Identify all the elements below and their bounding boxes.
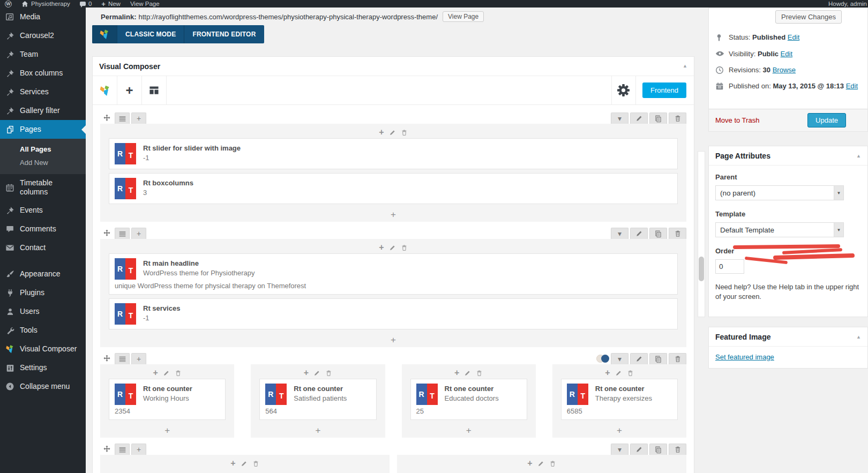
column-delete-icon[interactable] [549,460,556,467]
parent-select[interactable]: (no parent) ▼ [715,185,844,200]
column-edit-icon[interactable] [313,370,320,377]
collapse-toggle-icon[interactable]: ▲ [856,153,861,159]
view-page-menu[interactable]: View Page [125,0,164,7]
templates-layout-button[interactable] [142,76,167,104]
row-toggle-button[interactable]: ▾ [611,112,628,124]
row-delete-button[interactable] [669,353,686,364]
revisions-browse-link[interactable]: Browse [773,66,796,74]
submenu-add-new[interactable]: Add New [0,156,86,169]
row-toggle-button[interactable]: ▾ [611,228,628,239]
vc-element[interactable]: RT Rt one counterTherapy exersizes 6585 [561,379,678,420]
row-add-button[interactable]: + [131,228,146,239]
column-add-icon[interactable]: + [605,368,610,378]
sidebar-item-collapse-menu[interactable]: Collapse menu [0,377,86,396]
column-add-icon[interactable]: + [379,243,384,252]
view-page-button[interactable]: View Page [443,11,484,22]
column-delete-icon[interactable] [401,129,408,136]
sidebar-item-settings[interactable]: Settings [0,358,86,377]
featured-image-header[interactable]: Featured Image ▲ [709,327,867,347]
row-add-button[interactable]: + [131,112,146,124]
column-edit-icon[interactable] [537,460,544,467]
row-layout-button[interactable] [115,353,130,364]
column-delete-icon[interactable] [175,370,182,377]
column-delete-icon[interactable] [325,370,332,377]
column-delete-icon[interactable] [476,370,483,377]
vc-element[interactable]: RT Rt one counterEducated doctors 25 [410,379,527,420]
drag-handle-icon[interactable] [100,353,113,364]
template-select[interactable]: Default Template ▼ [715,222,844,237]
order-input[interactable] [715,259,744,274]
sidebar-item-timetable-columns[interactable]: Timetable columns [0,174,86,201]
column-add-icon[interactable]: + [527,459,532,468]
row-clone-button[interactable] [649,112,667,124]
move-to-trash-link[interactable]: Move to Trash [715,116,759,124]
column-delete-icon[interactable] [252,460,259,467]
row-clone-button[interactable] [649,444,667,455]
page-attributes-header[interactable]: Page Attributes ▲ [709,146,867,166]
row-add-button[interactable]: + [131,444,146,455]
vc-element[interactable]: RT Rt one counterWorking Hours 2354 [109,379,226,420]
frontend-editor-tab[interactable]: FRONTEND EDITOR [184,25,264,43]
collapse-toggle-icon[interactable]: ▲ [683,63,687,69]
append-element-button[interactable]: + [109,333,678,347]
row-layout-button[interactable] [115,112,130,124]
collapse-toggle-icon[interactable]: ▲ [856,334,861,340]
append-element-button[interactable]: + [259,424,376,438]
sidebar-item-media[interactable]: Media [0,7,86,26]
row-layout-button[interactable] [115,228,130,239]
sidebar-item-carousel2[interactable]: Carousel2 [0,26,86,45]
vertical-scrollbar[interactable] [698,151,705,317]
row-delete-button[interactable] [669,228,686,239]
sidebar-item-visual-composer[interactable]: Visual Composer [0,340,86,358]
permalink-url[interactable]: http://rayoflightthemes.com/wordpress-th… [138,13,438,21]
scrollbar-thumb[interactable] [699,257,704,281]
drag-handle-icon[interactable] [100,444,113,455]
metabox-header[interactable]: Visual Composer ▲ [93,57,694,76]
wordpress-logo-icon[interactable]: W [0,0,17,7]
row-add-button[interactable]: + [131,353,146,364]
append-element-button[interactable]: + [109,424,226,438]
row-delete-button[interactable] [669,112,686,124]
new-content-menu[interactable]: + New [96,0,125,7]
vc-element[interactable]: RT Rt main headlineWordPress theme for P… [109,253,678,295]
row-edit-button[interactable] [630,353,648,364]
column-delete-icon[interactable] [627,370,634,377]
add-element-button[interactable]: + [117,76,142,104]
sidebar-item-plugins[interactable]: Plugins [0,283,86,302]
row-indicator-dot-blue[interactable] [601,355,609,363]
row-toggle-button[interactable]: ▾ [611,353,628,364]
row-edit-button[interactable] [630,444,648,455]
published-edit-link[interactable]: Edit [846,82,858,90]
column-add-icon[interactable]: + [454,368,459,378]
append-element-button[interactable]: + [109,208,678,222]
set-featured-image-link[interactable]: Set featured image [715,353,774,361]
append-element-button[interactable]: + [410,424,527,438]
sidebar-item-services[interactable]: Services [0,82,86,101]
row-toggle-button[interactable]: ▾ [611,444,628,455]
sidebar-item-comments[interactable]: Comments [0,220,86,238]
column-edit-icon[interactable] [163,370,170,377]
howdy-account-menu[interactable]: Howdy, admin [824,0,868,7]
row-edit-button[interactable] [630,228,648,239]
vc-element[interactable]: RT Rt one counterSatisfied patients 564 [259,379,376,420]
vc-element[interactable]: RT Rt services-1 [109,298,678,329]
sidebar-item-box-columns[interactable]: Box columns [0,64,86,82]
classic-mode-tab[interactable]: CLASSIC MODE [117,25,184,43]
row-clone-button[interactable] [649,228,667,239]
column-add-icon[interactable]: + [379,127,384,137]
visibility-edit-link[interactable]: Edit [781,50,792,58]
row-edit-button[interactable] [630,112,648,124]
sidebar-item-gallery-filter[interactable]: Gallery filter [0,101,86,120]
sidebar-item-tools[interactable]: Tools [0,321,86,340]
comments-menu[interactable]: 0 [75,0,96,7]
column-add-icon[interactable]: + [304,368,309,378]
sidebar-item-team[interactable]: Team [0,45,86,64]
gear-icon[interactable] [611,76,636,104]
frontend-button[interactable]: Frontend [642,82,686,98]
sidebar-item-users[interactable]: Users [0,302,86,321]
column-edit-icon[interactable] [389,129,396,136]
site-name-menu[interactable]: Physiotherapy [17,0,75,7]
status-edit-link[interactable]: Edit [788,33,799,41]
column-delete-icon[interactable] [401,244,408,251]
update-button[interactable]: Update [807,113,846,127]
